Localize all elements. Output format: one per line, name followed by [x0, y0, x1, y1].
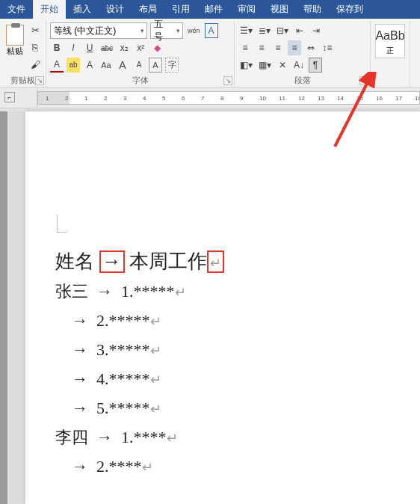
left-gutter-light: [9, 111, 24, 504]
doc-line: 张三 → 1.*****↵: [55, 277, 420, 307]
tab-layout[interactable]: 布局: [132, 0, 164, 19]
font-name-select[interactable]: 等线 (中文正文): [50, 22, 147, 39]
margin-mark: [57, 215, 67, 233]
indent-decrease-button[interactable]: ⇤: [293, 23, 306, 38]
paragraph-launcher[interactable]: ↘: [359, 76, 368, 85]
doc-line: 李四 → 1.****↵: [55, 423, 420, 452]
document-body: 姓名 → 本周工作↵ 张三 → 1.*****↵ → 2.*****↵ → 3.…: [25, 246, 420, 482]
group-paragraph: ☰▾ ≣▾ ⊟▾ ⇤ ⇥ ≡ ≡ ≡ ≡ ⇔ ↕≡ ◧▾ ▦▾ ✕ A↓ ¶ 段…: [235, 21, 371, 87]
sort-button[interactable]: A↓: [292, 58, 306, 73]
clipboard-icon: [6, 25, 24, 46]
align-right-button[interactable]: ≡: [271, 40, 285, 55]
doc-line: → 2.*****↵: [55, 307, 420, 336]
ribbon: 粘贴 ✂ ⎘ 🖌 剪贴板 ↘ 等线 (中文正文) 五号 wén A B I U …: [0, 19, 420, 87]
document-page[interactable]: 姓名 → 本周工作↵ 张三 → 1.*****↵ → 2.*****↵ → 3.…: [25, 111, 420, 504]
document-area: 姓名 → 本周工作↵ 张三 → 1.*****↵ → 2.*****↵ → 3.…: [0, 108, 420, 504]
doc-line: → 4.*****↵: [55, 365, 420, 394]
align-left-button[interactable]: ≡: [238, 40, 252, 55]
char-shading-button[interactable]: A: [83, 58, 96, 73]
enclosed-char-button[interactable]: A: [149, 58, 162, 73]
group-styles: AaBb 正: [371, 21, 410, 87]
clipboard-group-label: 剪贴板: [10, 76, 35, 84]
char-border-button[interactable]: A: [205, 23, 218, 38]
shrink-font-button[interactable]: A: [132, 58, 146, 73]
tab-design[interactable]: 设计: [99, 0, 132, 19]
ruler-row: ⌐ 1212345678910111213141516171819: [0, 87, 420, 108]
tab-mail[interactable]: 邮件: [197, 0, 230, 19]
multilevel-button[interactable]: ⊟▾: [275, 23, 290, 38]
copy-button[interactable]: ⎘: [28, 40, 42, 55]
superscript-button[interactable]: x²: [134, 40, 147, 55]
font-size-select[interactable]: 五号: [150, 22, 183, 39]
tab-review[interactable]: 审阅: [230, 0, 263, 19]
doc-heading-line: 姓名 → 本周工作↵: [55, 246, 420, 277]
underline-button[interactable]: U: [83, 40, 96, 55]
doc-line: → 5.*****↵: [55, 394, 420, 423]
paragraph-group-label: 段落: [294, 76, 311, 84]
group-font: 等线 (中文正文) 五号 wén A B I U abc x₂ x² ◆ A a…: [46, 21, 235, 87]
align-justify-button[interactable]: ≡: [288, 40, 301, 55]
tab-help[interactable]: 帮助: [296, 0, 329, 19]
tab-insert[interactable]: 插入: [66, 0, 99, 19]
font-color-button[interactable]: A: [50, 58, 64, 73]
clipboard-launcher[interactable]: ↘: [35, 76, 44, 85]
numbering-button[interactable]: ≣▾: [257, 23, 272, 38]
show-hide-marks-button[interactable]: ¶: [309, 58, 322, 73]
paste-label: 粘贴: [7, 46, 23, 57]
group-clipboard: 粘贴 ✂ ⎘ 🖌 剪贴板 ↘: [0, 21, 46, 87]
horizontal-ruler[interactable]: 1212345678910111213141516171819: [37, 91, 420, 105]
highlight-return-mark: ↵: [207, 251, 224, 273]
tab-references[interactable]: 引用: [164, 0, 197, 19]
doc-line: → 2.****↵: [55, 452, 420, 482]
subscript-button[interactable]: x₂: [117, 40, 131, 55]
asian-layout-button[interactable]: ✕: [276, 58, 289, 73]
bold-button[interactable]: B: [50, 40, 64, 55]
highlight-button[interactable]: ab: [67, 58, 80, 73]
doc-line: → 3.*****↵: [55, 336, 420, 365]
highlight-tab-mark: →: [99, 251, 125, 273]
paste-button[interactable]: 粘贴: [4, 22, 25, 58]
left-gutter-dark: [0, 111, 7, 504]
distribute-button[interactable]: ⇔: [304, 40, 318, 55]
change-case-button[interactable]: Aa: [99, 58, 113, 73]
cut-button[interactable]: ✂: [28, 22, 42, 37]
strike-button[interactable]: abc: [99, 40, 114, 55]
shading-button[interactable]: ◧▾: [238, 58, 254, 73]
tab-save[interactable]: 保存到: [329, 0, 371, 19]
ruler-corner: ⌐: [0, 87, 37, 108]
bullets-button[interactable]: ☰▾: [238, 23, 254, 38]
align-center-button[interactable]: ≡: [255, 40, 268, 55]
indent-increase-button[interactable]: ⇥: [309, 23, 323, 38]
style-normal[interactable]: AaBb 正: [375, 24, 405, 58]
tab-selector[interactable]: ⌐: [4, 92, 15, 102]
font-launcher[interactable]: ↘: [223, 76, 232, 85]
grow-font-button[interactable]: A: [116, 58, 129, 73]
line-spacing-button[interactable]: ↕≡: [321, 40, 334, 55]
ribbon-tabs: 文件 开始 插入 设计 布局 引用 邮件 审阅 视图 帮助 保存到: [0, 0, 420, 19]
italic-button[interactable]: I: [67, 40, 80, 55]
tab-file[interactable]: 文件: [0, 0, 33, 19]
tab-home[interactable]: 开始: [33, 0, 66, 19]
char-frame-button[interactable]: 字: [165, 58, 179, 73]
tab-view[interactable]: 视图: [263, 0, 296, 19]
phonetic-guide-button[interactable]: wén: [186, 23, 202, 38]
format-painter-button[interactable]: 🖌: [28, 57, 42, 72]
font-group-label: 字体: [132, 76, 149, 84]
borders-button[interactable]: ▦▾: [257, 58, 273, 73]
